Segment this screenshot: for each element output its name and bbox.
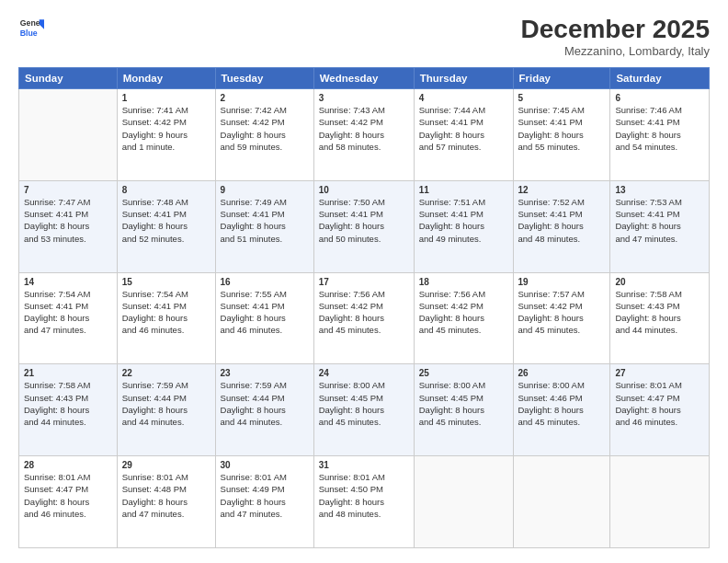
cell-line: Daylight: 8 hours (518, 220, 606, 232)
calendar-week-row: 1Sunrise: 7:41 AMSunset: 4:42 PMDaylight… (19, 89, 710, 181)
table-row: 20Sunrise: 7:58 AMSunset: 4:43 PMDayligh… (610, 272, 710, 364)
table-row: 7Sunrise: 7:47 AMSunset: 4:41 PMDaylight… (19, 180, 118, 272)
cell-line: Sunrise: 7:51 AM (419, 196, 508, 208)
table-row: 15Sunrise: 7:54 AMSunset: 4:41 PMDayligh… (117, 272, 215, 364)
cell-line: and 52 minutes. (122, 233, 210, 245)
day-number: 26 (518, 368, 606, 378)
cell-line: Daylight: 8 hours (319, 496, 409, 508)
logo: General Blue (18, 15, 44, 40)
title-block: December 2025 Mezzanino, Lombardy, Italy (521, 15, 710, 58)
table-row: 19Sunrise: 7:57 AMSunset: 4:42 PMDayligh… (513, 272, 610, 364)
day-number: 24 (319, 368, 409, 378)
table-row (19, 89, 118, 181)
cell-line: Daylight: 8 hours (24, 312, 112, 324)
cell-line: Sunrise: 7:56 AM (419, 288, 508, 300)
cell-line: and 1 minute. (122, 141, 210, 153)
day-number: 14 (24, 277, 112, 287)
svg-text:Blue: Blue (20, 29, 38, 38)
calendar-week-row: 14Sunrise: 7:54 AMSunset: 4:41 PMDayligh… (19, 272, 710, 364)
cell-line: Sunset: 4:50 PM (319, 483, 409, 495)
cell-line: and 46 minutes. (24, 508, 112, 520)
cell-line: Sunset: 4:48 PM (122, 483, 210, 495)
cell-line: Sunset: 4:42 PM (319, 116, 409, 128)
cell-line: Daylight: 8 hours (319, 312, 409, 324)
table-row: 22Sunrise: 7:59 AMSunset: 4:44 PMDayligh… (117, 364, 215, 456)
table-row: 25Sunrise: 8:00 AMSunset: 4:45 PMDayligh… (414, 364, 513, 456)
cell-line: Sunrise: 7:54 AM (24, 288, 112, 300)
day-number: 5 (518, 93, 606, 103)
table-row: 31Sunrise: 8:01 AMSunset: 4:50 PMDayligh… (313, 456, 414, 548)
table-row: 17Sunrise: 7:56 AMSunset: 4:42 PMDayligh… (313, 272, 414, 364)
cell-line: Sunrise: 7:55 AM (221, 288, 309, 300)
cell-line: Sunrise: 7:42 AM (221, 104, 309, 116)
cell-line: Sunrise: 8:01 AM (615, 379, 704, 391)
day-number: 8 (122, 185, 210, 195)
cell-line: Sunset: 4:41 PM (24, 300, 112, 312)
table-row: 24Sunrise: 8:00 AMSunset: 4:45 PMDayligh… (313, 364, 414, 456)
cell-line: Sunset: 4:41 PM (419, 116, 508, 128)
cell-line: Sunset: 4:41 PM (122, 300, 210, 312)
cell-line: Daylight: 8 hours (122, 312, 210, 324)
cell-line: and 44 minutes. (24, 416, 112, 428)
cell-line: and 45 minutes. (518, 416, 606, 428)
cell-line: Sunset: 4:43 PM (24, 392, 112, 404)
cell-line: and 45 minutes. (419, 324, 508, 336)
cell-line: Daylight: 8 hours (419, 312, 508, 324)
table-row: 3Sunrise: 7:43 AMSunset: 4:42 PMDaylight… (313, 89, 414, 181)
cell-line: Sunset: 4:41 PM (122, 208, 210, 220)
cell-line: and 47 minutes. (24, 324, 112, 336)
cell-line: and 48 minutes. (518, 233, 606, 245)
day-number: 23 (221, 368, 309, 378)
col-saturday: Saturday (610, 68, 710, 89)
cell-line: Sunset: 4:42 PM (319, 300, 409, 312)
cell-line: Daylight: 8 hours (24, 496, 112, 508)
table-row: 21Sunrise: 7:58 AMSunset: 4:43 PMDayligh… (19, 364, 118, 456)
cell-line: Daylight: 8 hours (24, 404, 112, 416)
cell-line: and 58 minutes. (319, 141, 409, 153)
cell-line: Sunset: 4:41 PM (518, 116, 606, 128)
table-row: 10Sunrise: 7:50 AMSunset: 4:41 PMDayligh… (313, 180, 414, 272)
cell-line: Sunrise: 7:57 AM (518, 288, 606, 300)
cell-line: Sunrise: 7:47 AM (24, 196, 112, 208)
cell-line: and 48 minutes. (319, 508, 409, 520)
cell-line: Daylight: 8 hours (221, 129, 309, 141)
cell-line: Sunrise: 7:58 AM (24, 379, 112, 391)
calendar-header-row: Sunday Monday Tuesday Wednesday Thursday… (19, 68, 710, 89)
cell-line: Daylight: 8 hours (615, 404, 704, 416)
cell-line: Daylight: 8 hours (419, 404, 508, 416)
day-number: 21 (24, 368, 112, 378)
cell-line: Sunset: 4:45 PM (319, 392, 409, 404)
cell-line: Daylight: 8 hours (615, 220, 704, 232)
table-row (610, 456, 710, 548)
cell-line: Daylight: 9 hours (122, 129, 210, 141)
day-number: 28 (24, 460, 112, 470)
day-number: 11 (419, 185, 508, 195)
day-number: 31 (319, 460, 409, 470)
cell-line: Sunrise: 7:41 AM (122, 104, 210, 116)
cell-line: Sunset: 4:42 PM (518, 300, 606, 312)
table-row: 30Sunrise: 8:01 AMSunset: 4:49 PMDayligh… (215, 456, 313, 548)
cell-line: and 45 minutes. (319, 324, 409, 336)
cell-line: Sunset: 4:47 PM (24, 483, 112, 495)
cell-line: Daylight: 8 hours (319, 404, 409, 416)
cell-line: Sunset: 4:42 PM (122, 116, 210, 128)
cell-line: Sunset: 4:41 PM (615, 116, 704, 128)
cell-line: Sunrise: 7:46 AM (615, 104, 704, 116)
page: General Blue December 2025 Mezzanino, Lo… (0, 0, 728, 563)
cell-line: Sunrise: 7:58 AM (615, 288, 704, 300)
col-tuesday: Tuesday (215, 68, 313, 89)
table-row: 6Sunrise: 7:46 AMSunset: 4:41 PMDaylight… (610, 89, 710, 181)
cell-line: and 47 minutes. (122, 508, 210, 520)
col-friday: Friday (513, 68, 610, 89)
day-number: 19 (518, 277, 606, 287)
cell-line: Sunrise: 8:01 AM (319, 471, 409, 483)
cell-line: Sunrise: 7:54 AM (122, 288, 210, 300)
cell-line: Sunrise: 7:53 AM (615, 196, 704, 208)
cell-line: Sunset: 4:41 PM (319, 208, 409, 220)
calendar-table: Sunday Monday Tuesday Wednesday Thursday… (18, 67, 710, 548)
day-number: 13 (615, 185, 704, 195)
table-row: 8Sunrise: 7:48 AMSunset: 4:41 PMDaylight… (117, 180, 215, 272)
cell-line: Sunset: 4:44 PM (221, 392, 309, 404)
col-sunday: Sunday (19, 68, 118, 89)
location-subtitle: Mezzanino, Lombardy, Italy (521, 44, 710, 58)
